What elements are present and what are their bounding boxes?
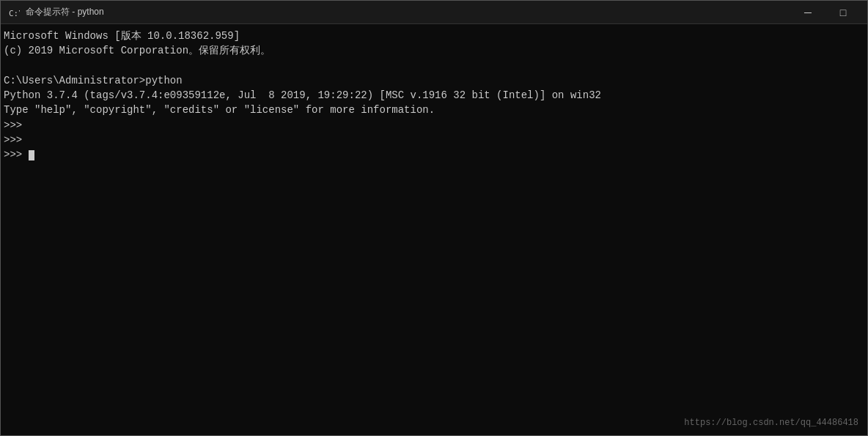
titlebar: C:\ 命令提示符 - python ─ □ (1, 1, 867, 24)
console-line-4: C:\Users\Administrator>python (4, 73, 864, 88)
svg-text:C:\: C:\ (9, 9, 20, 18)
minimize-button[interactable]: ─ (791, 1, 825, 24)
cursor (29, 150, 34, 160)
cmd-window: C:\ 命令提示符 - python ─ □ Microsoft Windows… (0, 0, 868, 436)
cmd-icon: C:\ (8, 7, 20, 18)
console-line-7: >>> (4, 118, 864, 133)
watermark: https://blog.csdn.net/qq_44486418 (684, 417, 858, 429)
window-title: 命令提示符 - python (26, 6, 791, 18)
console-area[interactable]: Microsoft Windows [版本 10.0.18362.959] (c… (1, 24, 867, 435)
console-line-9: >>> (4, 147, 864, 162)
console-line-3 (4, 59, 864, 73)
console-line-2: (c) 2019 Microsoft Corporation。保留所有权利。 (4, 43, 864, 58)
console-line-5: Python 3.7.4 (tags/v3.7.4:e09359112e, Ju… (4, 88, 864, 103)
console-line-8: >>> (4, 133, 864, 147)
maximize-button[interactable]: □ (826, 1, 860, 24)
console-line-1: Microsoft Windows [版本 10.0.18362.959] (4, 29, 864, 43)
window-controls: ─ □ (791, 1, 860, 24)
console-line-6: Type "help", "copyright", "credits" or "… (4, 103, 864, 117)
